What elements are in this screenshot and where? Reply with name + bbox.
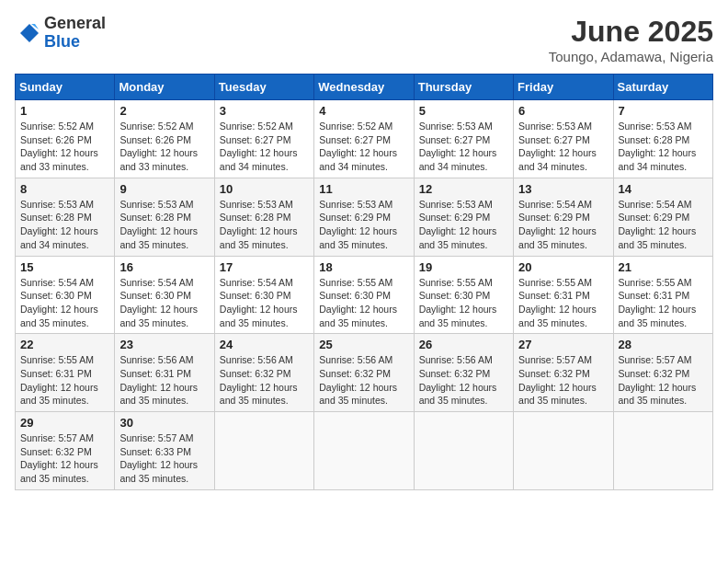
day-20: 20 Sunrise: 5:55 AMSunset: 6:31 PMDaylig… xyxy=(514,256,613,334)
header-sunday: Sunday xyxy=(16,75,115,100)
empty-cell-1 xyxy=(214,412,313,490)
weekday-header-row: Sunday Monday Tuesday Wednesday Thursday… xyxy=(16,75,713,100)
header-wednesday: Wednesday xyxy=(314,75,414,100)
day-22: 22 Sunrise: 5:55 AMSunset: 6:31 PMDaylig… xyxy=(16,334,115,412)
day-13: 13 Sunrise: 5:54 AMSunset: 6:29 PMDaylig… xyxy=(514,178,613,256)
day-25: 25 Sunrise: 5:56 AMSunset: 6:32 PMDaylig… xyxy=(314,334,414,412)
day-27: 27 Sunrise: 5:57 AMSunset: 6:32 PMDaylig… xyxy=(514,334,613,412)
day-5: 5 Sunrise: 5:53 AMSunset: 6:27 PMDayligh… xyxy=(414,100,513,178)
day-18: 18 Sunrise: 5:55 AMSunset: 6:30 PMDaylig… xyxy=(314,256,414,334)
day-29: 29 Sunrise: 5:57 AMSunset: 6:32 PMDaylig… xyxy=(16,412,115,490)
day-19: 19 Sunrise: 5:55 AMSunset: 6:30 PMDaylig… xyxy=(414,256,513,334)
day-26: 26 Sunrise: 5:56 AMSunset: 6:32 PMDaylig… xyxy=(414,334,513,412)
day-24: 24 Sunrise: 5:56 AMSunset: 6:32 PMDaylig… xyxy=(214,334,313,412)
day-2: 2 Sunrise: 5:52 AMSunset: 6:26 PMDayligh… xyxy=(115,100,214,178)
week-row-2: 8 Sunrise: 5:53 AMSunset: 6:28 PMDayligh… xyxy=(16,178,713,256)
week-row-4: 22 Sunrise: 5:55 AMSunset: 6:31 PMDaylig… xyxy=(16,334,713,412)
day-16: 16 Sunrise: 5:54 AMSunset: 6:30 PMDaylig… xyxy=(115,256,214,334)
month-title: June 2025 xyxy=(549,15,713,49)
day-30: 30 Sunrise: 5:57 AMSunset: 6:33 PMDaylig… xyxy=(115,412,214,490)
logo-icon xyxy=(15,20,40,46)
day-14: 14 Sunrise: 5:54 AMSunset: 6:29 PMDaylig… xyxy=(613,178,712,256)
title-block: June 2025 Toungo, Adamawa, Nigeria xyxy=(549,15,713,64)
day-21: 21 Sunrise: 5:55 AMSunset: 6:31 PMDaylig… xyxy=(613,256,712,334)
logo: General Blue xyxy=(15,15,106,52)
calendar-table: Sunday Monday Tuesday Wednesday Thursday… xyxy=(15,74,713,490)
day-1: 1 Sunrise: 5:52 AMSunset: 6:26 PMDayligh… xyxy=(16,100,115,178)
empty-cell-3 xyxy=(414,412,513,490)
day-10: 10 Sunrise: 5:53 AMSunset: 6:28 PMDaylig… xyxy=(214,178,313,256)
week-row-1: 1 Sunrise: 5:52 AMSunset: 6:26 PMDayligh… xyxy=(16,100,713,178)
day-17: 17 Sunrise: 5:54 AMSunset: 6:30 PMDaylig… xyxy=(214,256,313,334)
day-12: 12 Sunrise: 5:53 AMSunset: 6:29 PMDaylig… xyxy=(414,178,513,256)
day-6: 6 Sunrise: 5:53 AMSunset: 6:27 PMDayligh… xyxy=(514,100,613,178)
day-4: 4 Sunrise: 5:52 AMSunset: 6:27 PMDayligh… xyxy=(314,100,414,178)
day-9: 9 Sunrise: 5:53 AMSunset: 6:28 PMDayligh… xyxy=(115,178,214,256)
empty-cell-5 xyxy=(613,412,712,490)
page-header: General Blue June 2025 Toungo, Adamawa, … xyxy=(15,15,713,64)
header-thursday: Thursday xyxy=(414,75,513,100)
day-8: 8 Sunrise: 5:53 AMSunset: 6:28 PMDayligh… xyxy=(16,178,115,256)
day-23: 23 Sunrise: 5:56 AMSunset: 6:31 PMDaylig… xyxy=(115,334,214,412)
day-11: 11 Sunrise: 5:53 AMSunset: 6:29 PMDaylig… xyxy=(314,178,414,256)
header-friday: Friday xyxy=(514,75,613,100)
logo-general: General xyxy=(44,14,106,32)
empty-cell-2 xyxy=(314,412,414,490)
header-monday: Monday xyxy=(115,75,214,100)
header-saturday: Saturday xyxy=(613,75,712,100)
week-row-5: 29 Sunrise: 5:57 AMSunset: 6:32 PMDaylig… xyxy=(16,412,713,490)
header-tuesday: Tuesday xyxy=(214,75,313,100)
day-15: 15 Sunrise: 5:54 AMSunset: 6:30 PMDaylig… xyxy=(16,256,115,334)
location-title: Toungo, Adamawa, Nigeria xyxy=(549,49,713,64)
day-28: 28 Sunrise: 5:57 AMSunset: 6:32 PMDaylig… xyxy=(613,334,712,412)
logo-text: General Blue xyxy=(44,15,106,52)
day-7: 7 Sunrise: 5:53 AMSunset: 6:28 PMDayligh… xyxy=(613,100,712,178)
empty-cell-4 xyxy=(514,412,613,490)
week-row-3: 15 Sunrise: 5:54 AMSunset: 6:30 PMDaylig… xyxy=(16,256,713,334)
day-3: 3 Sunrise: 5:52 AMSunset: 6:27 PMDayligh… xyxy=(214,100,313,178)
logo-blue: Blue xyxy=(44,32,80,51)
